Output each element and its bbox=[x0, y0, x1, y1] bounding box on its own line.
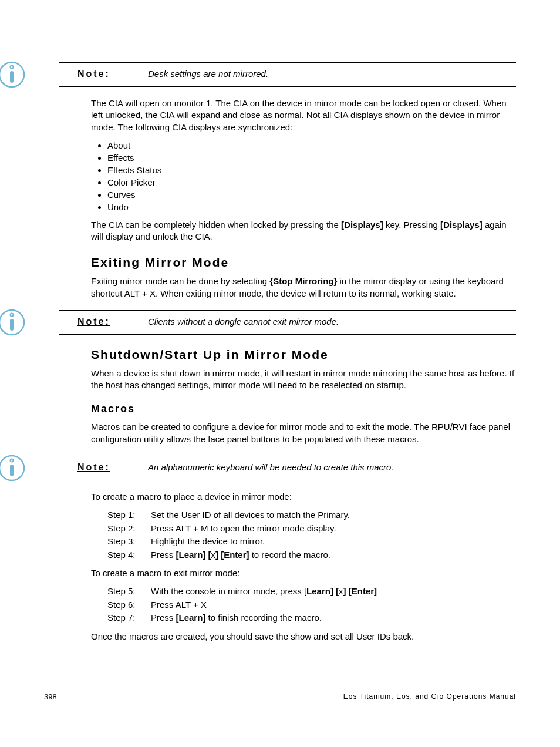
list-item: About bbox=[107, 139, 516, 152]
info-icon bbox=[0, 61, 25, 88]
manual-title: Eos Titanium, Eos, and Gio Operations Ma… bbox=[343, 692, 516, 701]
info-icon bbox=[0, 309, 25, 336]
steps-list-2: Step 5: With the console in mirror mode,… bbox=[107, 585, 516, 625]
svg-rect-4 bbox=[10, 319, 14, 331]
body-paragraph: The CIA will open on monitor 1. The CIA … bbox=[91, 97, 516, 133]
step-row: Step 7: Press [Learn] to finish recordin… bbox=[107, 611, 516, 625]
svg-rect-7 bbox=[10, 465, 14, 476]
step-row: Step 3: Highlight the device to mirror. bbox=[107, 535, 516, 549]
note-label: Note: bbox=[77, 462, 148, 473]
list-item: Effects Status bbox=[107, 164, 516, 176]
note-block-1: Note: Desk settings are not mirrored. bbox=[59, 62, 516, 87]
page-number: 398 bbox=[44, 692, 57, 701]
svg-rect-1 bbox=[10, 71, 14, 83]
list-item: Undo bbox=[107, 201, 516, 213]
body-paragraph: Macros can be created to configure a dev… bbox=[91, 421, 516, 445]
list-item: Curves bbox=[107, 189, 516, 201]
body-paragraph: Exiting mirror mode can be done by selec… bbox=[91, 275, 516, 300]
step-row: Step 4: Press [Learn] [x] [Enter] to rec… bbox=[107, 549, 516, 562]
note-text: An alphanumeric keyboard will be needed … bbox=[148, 462, 394, 472]
heading-exiting-mirror-mode: Exiting Mirror Mode bbox=[91, 255, 516, 270]
note-block-2: Note: Clients without a dongle cannot ex… bbox=[59, 310, 516, 335]
step-row: Step 5: With the console in mirror mode,… bbox=[107, 585, 516, 598]
svg-point-5 bbox=[11, 313, 14, 316]
list-item: Color Picker bbox=[107, 176, 516, 189]
step-row: Step 6: Press ALT + X bbox=[107, 598, 516, 612]
page-footer: 398 Eos Titanium, Eos, and Gio Operation… bbox=[44, 692, 516, 701]
body-paragraph: Once the macros are created, you should … bbox=[91, 631, 516, 642]
list-item: Effects bbox=[107, 152, 516, 164]
body-paragraph: To create a macro to place a device in m… bbox=[91, 491, 516, 503]
step-row: Step 2: Press ALT + M to open the mirror… bbox=[107, 522, 516, 536]
step-row: Step 1: Set the User ID of all devices t… bbox=[107, 509, 516, 522]
body-paragraph: To create a macro to exit mirror mode: bbox=[91, 567, 516, 579]
info-icon bbox=[0, 455, 25, 482]
note-text: Desk settings are not mirrored. bbox=[148, 69, 268, 79]
note-label: Note: bbox=[77, 69, 148, 79]
svg-point-8 bbox=[11, 459, 14, 462]
heading-macros: Macros bbox=[91, 403, 516, 415]
steps-list-1: Step 1: Set the User ID of all devices t… bbox=[107, 509, 516, 561]
note-label: Note: bbox=[77, 317, 148, 327]
svg-point-2 bbox=[11, 66, 14, 69]
note-text: Clients without a dongle cannot exit mir… bbox=[148, 317, 339, 327]
note-block-3: Note: An alphanumeric keyboard will be n… bbox=[59, 456, 516, 480]
body-paragraph: The CIA can be completely hidden when lo… bbox=[91, 219, 516, 243]
heading-shutdown-startup: Shutdown/Start Up in Mirror Mode bbox=[91, 348, 516, 362]
body-paragraph: When a device is shut down in mirror mod… bbox=[91, 368, 516, 392]
bullet-list: About Effects Effects Status Color Picke… bbox=[107, 139, 516, 213]
